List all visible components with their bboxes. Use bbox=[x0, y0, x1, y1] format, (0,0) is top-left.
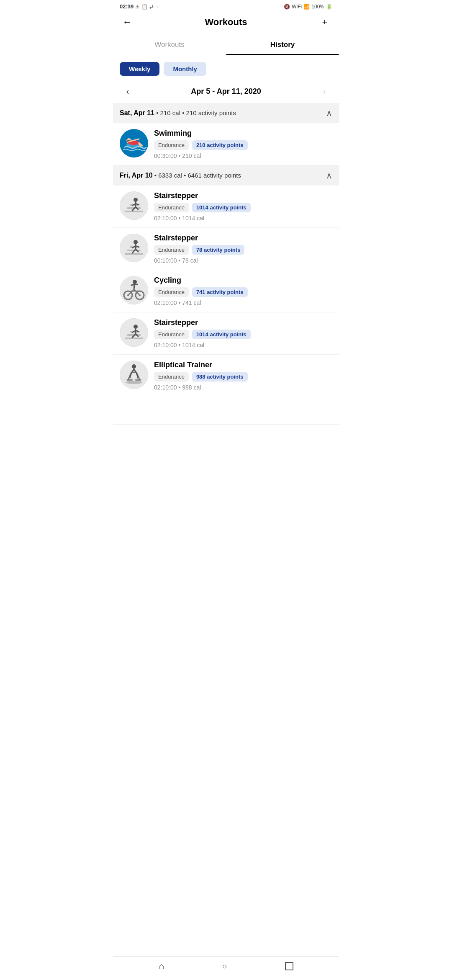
svg-point-52 bbox=[126, 381, 142, 384]
tag-endurance-ss1: Endurance bbox=[154, 203, 189, 212]
workout-name-cycling: Cycling bbox=[154, 276, 332, 285]
signal-icon: 📶 bbox=[303, 4, 310, 10]
filter-weekly-button[interactable]: Weekly bbox=[120, 62, 159, 76]
workout-details-stairstepper-1: Stairstepper Endurance 1014 activity poi… bbox=[154, 191, 332, 222]
week-navigator: ‹ Apr 5 - Apr 11, 2020 › bbox=[113, 83, 339, 103]
workout-name-stairstepper-1: Stairstepper bbox=[154, 191, 332, 200]
tag-endurance-swimming: Endurance bbox=[154, 140, 189, 150]
svg-point-54 bbox=[135, 379, 141, 381]
workout-item-stairstepper-1: Stairstepper Endurance 1014 activity poi… bbox=[113, 186, 339, 228]
workout-icon-stairstepper-2 bbox=[120, 234, 148, 262]
workout-meta-ss3: 02:10:00 • 1014 cal bbox=[154, 342, 332, 348]
day-collapse-fri[interactable]: ∧ bbox=[326, 170, 332, 181]
workout-item-stairstepper-3: Stairstepper Endurance 1014 activity poi… bbox=[113, 312, 339, 355]
battery-label: 100% bbox=[311, 4, 324, 10]
page-title: Workouts bbox=[205, 17, 247, 28]
workout-meta-swimming: 00:30:00 • 210 cal bbox=[154, 152, 332, 159]
clipboard-icon: 📋 bbox=[141, 4, 148, 10]
day-cal-fri: 6333 cal bbox=[158, 172, 182, 179]
workout-meta-elliptical: 02:10:00 • 988 cal bbox=[154, 384, 332, 391]
workout-tags-elliptical: Endurance 988 activity points bbox=[154, 372, 332, 382]
tag-endurance-ss2: Endurance bbox=[154, 245, 189, 255]
dots-icon: ··· bbox=[155, 4, 159, 10]
tab-history[interactable]: History bbox=[226, 35, 339, 55]
workout-name-stairstepper-3: Stairstepper bbox=[154, 318, 332, 327]
workout-tags-swimming: Endurance 210 activity points bbox=[154, 140, 332, 150]
day-header-fri-info: Fri, Apr 10 • 6333 cal • 6461 activity p… bbox=[120, 172, 241, 179]
filter-monthly-button[interactable]: Monthly bbox=[164, 62, 206, 76]
workout-item-stairstepper-2: Stairstepper Endurance 78 activity point… bbox=[113, 228, 339, 270]
day-header-sat-info: Sat, Apr 11 • 210 cal • 210 activity poi… bbox=[120, 109, 236, 117]
battery-icon: 🔋 bbox=[326, 4, 332, 10]
workout-meta-ss2: 00:10:00 • 78 cal bbox=[154, 257, 332, 264]
workout-tags-stairstepper-2: Endurance 78 activity points bbox=[154, 245, 332, 255]
workout-tags-stairstepper-3: Endurance 1014 activity points bbox=[154, 330, 332, 339]
tag-endurance-elliptical: Endurance bbox=[154, 372, 189, 382]
status-bar: 02:39 ⚠ 📋 ⇄ ··· 🔇 WiFi 📶 100% 🔋 bbox=[113, 0, 339, 11]
workout-item-cycling: Cycling Endurance 741 activity points 02… bbox=[113, 270, 339, 312]
tag-points-swimming: 210 activity points bbox=[192, 140, 248, 150]
usb-icon: ⇄ bbox=[149, 4, 154, 10]
workout-name-stairstepper-2: Stairstepper bbox=[154, 234, 332, 242]
workout-details-stairstepper-2: Stairstepper Endurance 78 activity point… bbox=[154, 234, 332, 264]
day-header-sat: Sat, Apr 11 • 210 cal • 210 activity poi… bbox=[113, 103, 339, 123]
svg-rect-42 bbox=[125, 338, 143, 339]
back-button[interactable]: ← bbox=[120, 15, 135, 30]
workout-meta-ss1: 02:10:00 • 1014 cal bbox=[154, 215, 332, 222]
day-cal-sat: 210 cal bbox=[160, 109, 180, 116]
svg-point-53 bbox=[126, 379, 133, 381]
workout-tags-stairstepper-1: Endurance 1014 activity points bbox=[154, 203, 332, 212]
workout-icon-stairstepper-1 bbox=[120, 191, 148, 220]
workout-name-swimming: Swimming bbox=[154, 129, 332, 138]
wifi-icon: WiFi bbox=[292, 4, 302, 10]
tag-points-ss2: 78 activity points bbox=[192, 245, 244, 255]
svg-point-59 bbox=[132, 364, 136, 369]
svg-line-38 bbox=[131, 284, 134, 285]
workout-item-elliptical: Elliptical Trainer Endurance 988 activit… bbox=[113, 355, 339, 425]
workout-meta-cycling: 02:10:00 • 741 cal bbox=[154, 299, 332, 306]
status-left: 02:39 ⚠ 📋 ⇄ ··· bbox=[120, 3, 159, 10]
filter-row: Weekly Monthly bbox=[113, 55, 339, 83]
svg-point-39 bbox=[133, 280, 137, 284]
workout-icon-cycling bbox=[120, 276, 148, 304]
day-points-fri: 6461 activity points bbox=[187, 172, 241, 179]
prev-week-button[interactable]: ‹ bbox=[121, 87, 134, 96]
svg-rect-19 bbox=[125, 253, 143, 255]
svg-rect-9 bbox=[125, 211, 143, 212]
warning-icon: ⚠ bbox=[135, 4, 140, 10]
workout-icon-swimming bbox=[120, 129, 148, 157]
tag-endurance-cycling: Endurance bbox=[154, 287, 189, 297]
status-right: 🔇 WiFi 📶 100% 🔋 bbox=[284, 4, 332, 10]
tag-points-cycling: 741 activity points bbox=[192, 287, 248, 297]
tab-workouts[interactable]: Workouts bbox=[113, 35, 226, 55]
tag-points-ss1: 1014 activity points bbox=[192, 203, 251, 212]
workout-details-stairstepper-3: Stairstepper Endurance 1014 activity poi… bbox=[154, 318, 332, 348]
tag-points-elliptical: 988 activity points bbox=[192, 372, 248, 382]
day-name-fri: Fri, Apr 10 bbox=[120, 172, 153, 179]
day-header-fri: Fri, Apr 10 • 6333 cal • 6461 activity p… bbox=[113, 165, 339, 186]
day-name-sat: Sat, Apr 11 bbox=[120, 109, 154, 116]
tab-bar: Workouts History bbox=[113, 35, 339, 55]
workout-tags-cycling: Endurance 741 activity points bbox=[154, 287, 332, 297]
add-button[interactable]: + bbox=[317, 15, 332, 30]
workout-icon-stairstepper-3 bbox=[120, 318, 148, 347]
day-collapse-sat[interactable]: ∧ bbox=[326, 108, 332, 118]
day-points-sat: 210 activity points bbox=[186, 109, 236, 116]
mute-icon: 🔇 bbox=[284, 4, 290, 10]
status-time: 02:39 bbox=[120, 3, 134, 10]
week-label: Apr 5 - Apr 11, 2020 bbox=[191, 87, 261, 96]
workout-details-elliptical: Elliptical Trainer Endurance 988 activit… bbox=[154, 361, 332, 391]
tag-endurance-ss3: Endurance bbox=[154, 330, 189, 339]
next-week-button[interactable]: › bbox=[318, 87, 331, 96]
workout-details-cycling: Cycling Endurance 741 activity points 02… bbox=[154, 276, 332, 306]
workout-details-swimming: Swimming Endurance 210 activity points 0… bbox=[154, 129, 332, 159]
tag-points-ss3: 1014 activity points bbox=[192, 330, 251, 339]
workout-name-elliptical: Elliptical Trainer bbox=[154, 361, 332, 369]
workout-item-swimming: Swimming Endurance 210 activity points 0… bbox=[113, 123, 339, 165]
page-header: ← Workouts + bbox=[113, 11, 339, 35]
workout-icon-elliptical bbox=[120, 361, 148, 389]
